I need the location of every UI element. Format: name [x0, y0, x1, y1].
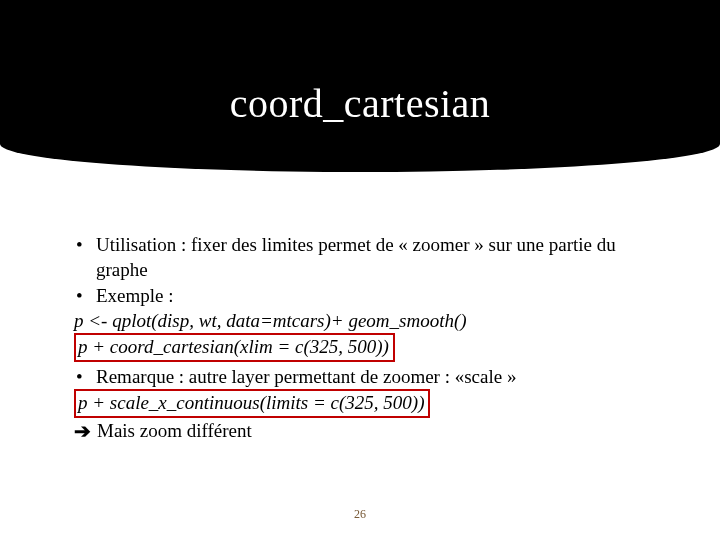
page-title: coord_cartesian	[0, 80, 720, 127]
code-line-qplot: p <- qplot(disp, wt, data=mtcars)+ geom_…	[74, 308, 666, 333]
bullet-dot-icon: •	[74, 364, 96, 389]
highlighted-code-scale: p + scale_x_continuous(limits = c(325, 5…	[74, 389, 430, 418]
bullet-text: Exemple :	[96, 283, 666, 308]
code-line-scale-wrapper: p + scale_x_continuous(limits = c(325, 5…	[74, 389, 666, 418]
code-line-coord-cartesian-wrapper: p + coord_cartesian(xlim = c(325, 500))	[74, 333, 666, 362]
arrow-right-icon: ➔	[74, 418, 91, 445]
conclusion-row: ➔ Mais zoom différent	[74, 418, 666, 445]
slide-content: • Utilisation : fixer des limites permet…	[74, 232, 666, 444]
bullet-text: Remarque : autre layer permettant de zoo…	[96, 364, 666, 389]
page-number: 26	[0, 507, 720, 522]
bullet-exemple: • Exemple :	[74, 283, 666, 308]
bullet-remarque: • Remarque : autre layer permettant de z…	[74, 364, 666, 389]
bullet-text: Utilisation : fixer des limites permet d…	[96, 232, 666, 283]
bullet-dot-icon: •	[74, 283, 96, 308]
bullet-dot-icon: •	[74, 232, 96, 257]
conclusion-text: Mais zoom différent	[97, 418, 252, 443]
header-band: coord_cartesian	[0, 0, 720, 172]
bullet-utilisation: • Utilisation : fixer des limites permet…	[74, 232, 666, 283]
highlighted-code-coord: p + coord_cartesian(xlim = c(325, 500))	[74, 333, 395, 362]
